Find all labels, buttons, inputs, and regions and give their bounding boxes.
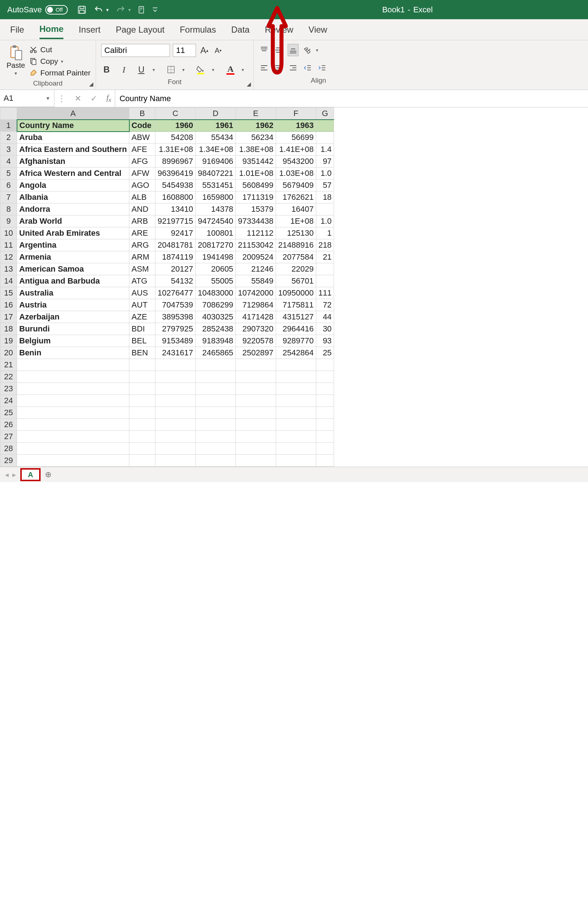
data-cell[interactable]: 54132 <box>155 275 195 287</box>
column-header[interactable]: E <box>235 108 276 120</box>
calc-icon[interactable] <box>137 5 145 14</box>
undo-dropdown-icon[interactable]: ▾ <box>106 7 109 13</box>
empty-cell[interactable] <box>276 395 316 407</box>
font-dialog-launcher-icon[interactable]: ◢ <box>247 81 251 87</box>
empty-cell[interactable] <box>316 419 334 431</box>
data-cell[interactable]: 1659800 <box>195 191 235 204</box>
data-cell[interactable]: 55849 <box>235 275 276 287</box>
data-cell[interactable]: AUS <box>129 287 155 299</box>
empty-cell[interactable] <box>235 455 276 467</box>
empty-cell[interactable] <box>129 371 155 383</box>
data-cell[interactable]: 57 <box>316 180 334 191</box>
data-cell[interactable]: 92197715 <box>155 215 195 228</box>
data-cell[interactable]: AUT <box>129 299 155 311</box>
row-header[interactable]: 10 <box>0 228 17 239</box>
data-cell[interactable]: 9543200 <box>276 156 316 168</box>
column-header[interactable]: F <box>276 108 316 120</box>
empty-cell[interactable] <box>276 383 316 395</box>
empty-cell[interactable] <box>276 371 316 383</box>
empty-cell[interactable] <box>235 395 276 407</box>
empty-cell[interactable] <box>235 359 276 371</box>
empty-cell[interactable] <box>235 443 276 455</box>
data-cell[interactable]: Aruba <box>17 132 129 144</box>
empty-cell[interactable] <box>276 407 316 419</box>
data-cell[interactable]: 56701 <box>276 275 316 287</box>
data-cell[interactable] <box>316 263 334 275</box>
data-cell[interactable]: 21246 <box>235 263 276 275</box>
empty-cell[interactable] <box>195 443 235 455</box>
empty-cell[interactable] <box>316 407 334 419</box>
empty-cell[interactable] <box>276 431 316 443</box>
empty-cell[interactable] <box>316 443 334 455</box>
autosave-toggle[interactable]: AutoSave Off <box>7 5 68 14</box>
align-bottom-icon[interactable] <box>288 44 298 56</box>
copy-button[interactable]: Copy ▾ <box>29 57 91 66</box>
data-cell[interactable]: 112112 <box>235 228 276 239</box>
empty-cell[interactable] <box>129 359 155 371</box>
empty-cell[interactable] <box>316 371 334 383</box>
decrease-indent-icon[interactable] <box>302 62 313 74</box>
data-cell[interactable]: 7047539 <box>155 299 195 311</box>
row-header[interactable]: 9 <box>0 215 17 228</box>
fx-icon[interactable]: fx <box>103 93 115 104</box>
data-cell[interactable]: 2077584 <box>276 251 316 263</box>
data-cell[interactable]: 1608800 <box>155 191 195 204</box>
empty-cell[interactable] <box>155 395 195 407</box>
data-cell[interactable]: ARE <box>129 228 155 239</box>
data-cell[interactable] <box>316 275 334 287</box>
bold-button[interactable]: B <box>101 63 112 76</box>
row-header[interactable]: 4 <box>0 156 17 168</box>
column-header[interactable]: D <box>195 108 235 120</box>
row-header[interactable]: 14 <box>0 275 17 287</box>
empty-cell[interactable] <box>316 383 334 395</box>
empty-cell[interactable] <box>17 371 129 383</box>
italic-button[interactable]: I <box>118 63 129 76</box>
data-cell[interactable]: 30 <box>316 323 334 335</box>
row-header[interactable]: 15 <box>0 287 17 299</box>
row-header[interactable]: 1 <box>0 120 17 132</box>
font-color-button[interactable]: A <box>225 63 236 76</box>
data-cell[interactable]: 98407221 <box>195 168 235 180</box>
decrease-font-icon[interactable]: A▾ <box>213 44 224 57</box>
data-cell[interactable]: Burundi <box>17 323 129 335</box>
cancel-formula-icon[interactable]: ✕ <box>75 94 81 103</box>
data-cell[interactable]: 1 <box>316 228 334 239</box>
cut-button[interactable]: Cut <box>29 45 91 54</box>
data-cell[interactable]: 1.38E+08 <box>235 144 276 156</box>
empty-cell[interactable] <box>129 431 155 443</box>
row-header[interactable]: 19 <box>0 335 17 347</box>
data-cell[interactable]: Albania <box>17 191 129 204</box>
data-cell[interactable]: 1.03E+08 <box>276 168 316 180</box>
data-cell[interactable]: American Samoa <box>17 263 129 275</box>
data-cell[interactable]: 97 <box>316 156 334 168</box>
empty-cell[interactable] <box>235 407 276 419</box>
data-cell[interactable]: Belgium <box>17 335 129 347</box>
sheet-tab-active[interactable]: A <box>21 469 40 480</box>
tab-view[interactable]: View <box>309 21 328 38</box>
empty-cell[interactable] <box>276 443 316 455</box>
data-cell[interactable]: Armenia <box>17 251 129 263</box>
paste-button[interactable]: Paste ▾ <box>5 44 27 77</box>
data-cell[interactable]: 3895398 <box>155 311 195 323</box>
data-cell[interactable]: ATG <box>129 275 155 287</box>
data-cell[interactable]: 14378 <box>195 204 235 215</box>
empty-cell[interactable] <box>195 383 235 395</box>
empty-cell[interactable] <box>316 455 334 467</box>
data-cell[interactable]: 2797925 <box>155 323 195 335</box>
row-header[interactable]: 5 <box>0 168 17 180</box>
data-cell[interactable]: 1.31E+08 <box>155 144 195 156</box>
header-cell[interactable]: 1963 <box>276 120 316 132</box>
data-cell[interactable]: 13410 <box>155 204 195 215</box>
data-cell[interactable]: AFW <box>129 168 155 180</box>
formula-input[interactable] <box>115 90 588 107</box>
sheet-nav-next-icon[interactable]: ▸ <box>12 470 16 479</box>
empty-cell[interactable] <box>155 419 195 431</box>
tab-insert[interactable]: Insert <box>79 21 100 38</box>
data-cell[interactable]: Afghanistan <box>17 156 129 168</box>
data-cell[interactable]: 7086299 <box>195 299 235 311</box>
column-header[interactable]: G <box>316 108 334 120</box>
data-cell[interactable]: 111 <box>316 287 334 299</box>
data-cell[interactable]: 10276477 <box>155 287 195 299</box>
data-cell[interactable]: 2431617 <box>155 347 195 359</box>
data-cell[interactable]: 97334438 <box>235 215 276 228</box>
